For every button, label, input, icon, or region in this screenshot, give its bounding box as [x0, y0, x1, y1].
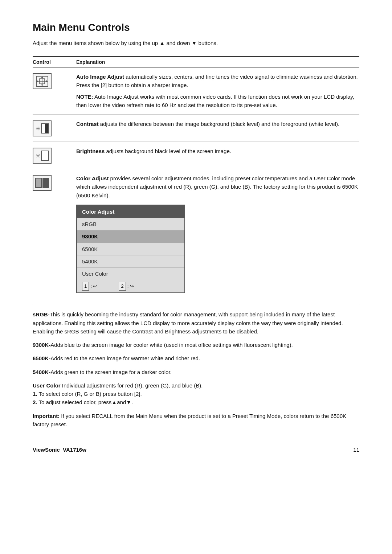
col-explanation-header: Explanation [76, 59, 105, 65]
contrast-text: Contrast adjusts the difference between … [76, 120, 359, 128]
footer-icon-2: : ↪ [127, 283, 134, 290]
svg-marker-5 [41, 85, 43, 86]
para-5400k: 5400K-Adds green to the screen image for… [33, 368, 359, 376]
svg-marker-7 [46, 80, 48, 82]
table-row: ✳ Contrast adjusts the difference betwee… [33, 115, 359, 142]
menu-footer: 1 : ↩ 2 : ↪ [77, 280, 184, 292]
footer-page-number: 11 [353, 447, 359, 453]
menu-title: Color Adjust [77, 205, 184, 218]
half-square [41, 123, 49, 134]
table-header: Control Explanation [33, 56, 359, 67]
color-adjust-icon [33, 175, 52, 191]
color-panel-left [35, 178, 42, 188]
brightness-icon-cell: ✳ [33, 147, 76, 164]
col-control-header: Control [33, 59, 76, 65]
table-row: Auto Image Adjust automatically sizes, c… [33, 67, 359, 115]
svg-marker-4 [41, 77, 43, 78]
menu-item-6500k[interactable]: 6500K [77, 243, 184, 255]
contrast-icon: ✳ [33, 120, 52, 136]
color-adjust-text: Color Adjust provides several color adju… [76, 174, 359, 297]
para-srgb: sRGB-This is quickly becoming the indust… [33, 310, 359, 336]
menu-item-5400k[interactable]: 5400K [77, 255, 184, 268]
svg-marker-6 [37, 80, 38, 82]
brightness-icon: ✳ [33, 148, 52, 164]
auto-image-adjust-icon [33, 73, 52, 89]
footer-btn-1: 1 : ↩ [82, 282, 97, 291]
para-user-color: User Color Individual adjustments for re… [33, 381, 359, 407]
sun-bright-symbol: ✳ [36, 152, 40, 159]
color-adjust-icon-cell [33, 174, 76, 191]
footer-btn-2: 2 : ↪ [119, 282, 134, 291]
brightness-text: Brightness adjusts background black leve… [76, 147, 359, 155]
menu-item-9300k[interactable]: 9300K [77, 230, 184, 243]
auto-image-adjust-text: Auto Image Adjust automatically sizes, c… [76, 73, 359, 109]
page-footer: ViewSonic VA1716w 11 [33, 443, 359, 453]
table-row: Color Adjust provides several color adju… [33, 169, 359, 302]
sun-symbol: ✳ [36, 125, 40, 132]
para-important: Important: If you select RECALL from the… [33, 412, 359, 429]
contrast-icon-cell: ✳ [33, 120, 76, 136]
auto-image-adjust-icon-cell [33, 73, 76, 89]
footer-brand: ViewSonic VA1716w [33, 447, 86, 453]
page-title: Main Menu Controls [33, 22, 359, 33]
intro-text: Adjust the menu items shown below by usi… [33, 40, 359, 46]
brand-name: ViewSonic [33, 447, 60, 453]
footer-num-1: 1 [82, 282, 89, 291]
menu-item-user-color[interactable]: User Color [77, 268, 184, 280]
para-9300k: 9300K-Adds blue to the screen image for … [33, 341, 359, 349]
menu-item-srgb[interactable]: sRGB [77, 218, 184, 230]
footer-num-2: 2 [119, 282, 126, 291]
content-section: sRGB-This is quickly becoming the indust… [33, 310, 359, 428]
footer-icon-1: : ↩ [90, 283, 97, 290]
model-name: VA1716w [63, 447, 86, 453]
table-row: ✳ Brightness adjusts background black le… [33, 142, 359, 169]
color-panel-right [42, 178, 49, 188]
color-adjust-menu: Color Adjust sRGB 9300K 6500K 5400K User… [76, 205, 185, 294]
para-6500k: 6500K-Adds red to the screen image for w… [33, 354, 359, 362]
